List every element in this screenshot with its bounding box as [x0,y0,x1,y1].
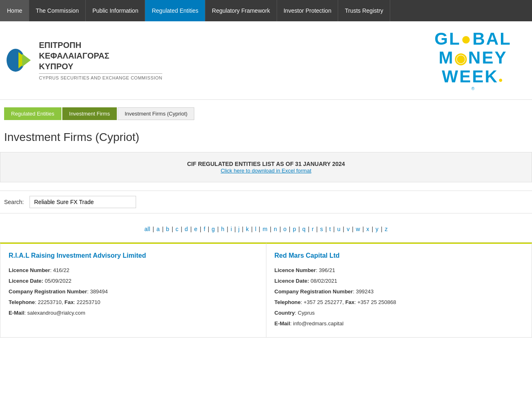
cysec-logo-icon [4,45,35,75]
breadcrumb-investment-firms[interactable]: Investment Firms [62,107,117,120]
nav-investor-protection[interactable]: Investor Protection [277,0,339,21]
breadcrumb-investment-firms-cypriot[interactable]: Investment Firms (Cypriot) [118,107,194,120]
entity-cards: R.I.A.L Raising Investment Advisory Limi… [0,242,532,338]
alpha-link-g[interactable]: g [211,226,215,232]
alpha-link-l[interactable]: l [255,226,256,232]
alpha-link-z[interactable]: z [385,226,388,232]
entity-card-2: Red Mars Capital Ltd Licence Number: 396… [266,243,532,338]
nav-commission[interactable]: The Commission [29,0,86,21]
alpha-link-u[interactable]: u [337,226,341,232]
alpha-link-m[interactable]: m [263,226,268,232]
alpha-link-a[interactable]: a [157,226,160,232]
header-area: ΕΠΙΤΡΟΠΗ ΚΕΦΑΛΑΙΑΓΟΡΑΣ ΚΥΠΡΟΥ CYPRUS SEC… [0,21,532,100]
alpha-link-x[interactable]: x [366,226,369,232]
nav-home[interactable]: Home [0,0,29,21]
gmw-logo: GL●BAL M◉NEY WEEK● ® [434,30,528,91]
alpha-link-d[interactable]: d [185,226,188,232]
nav-public-info[interactable]: Public Information [86,0,145,21]
page-title: Investment Firms (Cypriot) [0,124,532,152]
entity-card-1: R.I.A.L Raising Investment Advisory Limi… [0,243,266,338]
alpha-link-h[interactable]: h [221,226,225,232]
entity-details-2: Licence Number: 396/21 Licence Date: 08/… [275,265,524,329]
gmw-week-text: WEEK● [434,67,512,86]
info-box: CIF REGULATED ENTITIES LIST AS OF 31 JAN… [0,152,532,182]
search-bar: Search: [0,191,532,213]
alpha-link-b[interactable]: b [166,226,169,232]
nav-trusts-registry[interactable]: Trusts Registry [338,0,390,21]
gmw-global-text: GL●BAL [434,30,512,48]
alpha-link-j[interactable]: j [238,226,239,232]
entity-name-2[interactable]: Red Mars Capital Ltd [275,252,524,259]
alpha-link-v[interactable]: v [347,226,350,232]
alpha-link-all[interactable]: all [144,226,150,232]
cysec-logo-text: ΕΠΙΤΡΟΠΗ ΚΕΦΑΛΑΙΑΓΟΡΑΣ ΚΥΠΡΟΥ CYPRUS SEC… [39,40,162,80]
gmw-registered: ® [434,86,512,91]
cif-title: CIF REGULATED ENTITIES LIST AS OF 31 JAN… [9,161,523,167]
alpha-link-y[interactable]: y [375,226,378,232]
alpha-link-p[interactable]: p [293,226,296,232]
nav-regulatory-framework[interactable]: Regulatory Framework [205,0,277,21]
alphabet-links: all | a | b | c | d | e | f | g | h | i … [143,226,388,232]
alpha-link-o[interactable]: o [283,226,286,232]
alpha-link-t[interactable]: t [329,226,331,232]
gmw-money-text: M◉NEY [434,48,512,67]
alpha-link-w[interactable]: w [356,226,360,232]
alpha-link-r[interactable]: r [312,226,314,232]
alpha-link-e[interactable]: e [194,226,198,232]
main-nav: Home The Commission Public Information R… [0,0,532,21]
nav-regulated-entities[interactable]: Regulated Entities [145,0,205,21]
svg-marker-2 [22,54,31,67]
entity-name-1[interactable]: R.I.A.L Raising Investment Advisory Limi… [9,252,258,259]
logo-english: CYPRUS SECURITIES AND EXCHANGE COMMISSIO… [39,73,162,80]
site-logo: ΕΠΙΤΡΟΠΗ ΚΕΦΑΛΑΙΑΓΟΡΑΣ ΚΥΠΡΟΥ CYPRUS SEC… [4,40,162,80]
logo-greek: ΕΠΙΤΡΟΠΗ ΚΕΦΑΛΑΙΑΓΟΡΑΣ ΚΥΠΡΟΥ [39,40,162,72]
download-excel-link[interactable]: Click here to download in Excel format [221,168,311,174]
alpha-link-s[interactable]: s [320,226,323,232]
alphabet-filter: all | a | b | c | d | e | f | g | h | i … [0,222,532,242]
search-input[interactable] [30,196,136,208]
alpha-link-f[interactable]: f [204,226,205,232]
alpha-link-q[interactable]: q [302,226,306,232]
alpha-link-k[interactable]: k [246,226,249,232]
breadcrumb-tabs: Regulated Entities Investment Firms Inve… [0,100,532,124]
alpha-link-n[interactable]: n [274,226,277,232]
breadcrumb-regulated-entities[interactable]: Regulated Entities [4,107,61,120]
alpha-link-c[interactable]: c [175,226,178,232]
search-label: Search: [4,199,24,205]
alpha-link-i[interactable]: i [231,226,232,232]
entity-details-1: Licence Number: 416/22 Licence Date: 05/… [9,265,258,318]
